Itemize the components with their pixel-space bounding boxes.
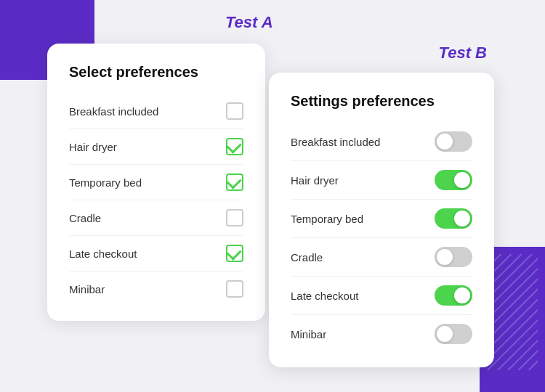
toggle-knob-tempbed-b: [454, 211, 470, 226]
checkbox-cradle-a[interactable]: [226, 209, 243, 226]
pref-label-minibar-a: Minibar: [69, 283, 105, 295]
checkbox-checkout-a[interactable]: [226, 245, 243, 262]
toggle-hairdryer-b[interactable]: [435, 170, 472, 190]
toggle-tempbed-b[interactable]: [435, 208, 472, 229]
card-a-title: Select preferences: [69, 64, 243, 81]
card-a: Select preferences Breakfast included Ha…: [47, 44, 265, 321]
pref-label-breakfast-a: Breakfast included: [69, 105, 158, 118]
toggle-knob-checkout-b: [454, 287, 470, 303]
pref-row-breakfast-b: Breakfast included: [291, 123, 472, 161]
pref-row-cradle-b: Cradle: [291, 238, 472, 277]
pref-row-checkout-b: Late checkout: [291, 277, 472, 315]
toggle-knob-hairdryer-b: [454, 172, 470, 188]
pref-label-hairdryer-b: Hair dryer: [291, 174, 339, 187]
pref-label-minibar-b: Minibar: [291, 328, 326, 340]
pref-label-cradle-a: Cradle: [69, 212, 101, 224]
toggle-minibar-b[interactable]: [435, 324, 472, 344]
test-a-label: Test A: [225, 13, 273, 32]
toggle-knob-cradle-b: [437, 249, 453, 265]
pref-row-tempbed-a: Temporary bed: [69, 165, 243, 200]
pref-label-cradle-b: Cradle: [291, 251, 323, 264]
checkbox-minibar-a[interactable]: [226, 280, 243, 298]
pref-label-tempbed-b: Temporary bed: [291, 213, 363, 225]
checkbox-hairdryer-a[interactable]: [226, 138, 243, 155]
checkbox-breakfast-a[interactable]: [226, 102, 243, 120]
toggle-checkout-b[interactable]: [435, 285, 472, 306]
pref-row-hairdryer-a: Hair dryer: [69, 129, 243, 165]
pref-row-tempbed-b: Temporary bed: [291, 200, 472, 238]
pref-label-checkout-a: Late checkout: [69, 248, 137, 260]
toggle-knob-minibar-b: [437, 326, 453, 342]
toggle-knob-breakfast-b: [437, 134, 453, 150]
test-b-label: Test B: [439, 44, 487, 62]
pref-label-breakfast-b: Breakfast included: [291, 136, 380, 148]
pref-label-checkout-b: Late checkout: [291, 290, 358, 302]
pref-label-tempbed-a: Temporary bed: [69, 176, 142, 189]
pref-row-minibar-b: Minibar: [291, 315, 472, 353]
checkbox-tempbed-a[interactable]: [226, 173, 243, 191]
card-b: Settings preferences Breakfast included …: [269, 73, 494, 367]
pref-label-hairdryer-a: Hair dryer: [69, 141, 117, 153]
pref-row-minibar-a: Minibar: [69, 271, 243, 306]
pref-row-cradle-a: Cradle: [69, 200, 243, 236]
pref-row-breakfast-a: Breakfast included: [69, 94, 243, 129]
toggle-breakfast-b[interactable]: [435, 131, 472, 152]
card-b-title: Settings preferences: [291, 93, 472, 110]
pref-row-hairdryer-b: Hair dryer: [291, 161, 472, 200]
pref-row-checkout-a: Late checkout: [69, 236, 243, 271]
toggle-cradle-b[interactable]: [435, 247, 472, 267]
